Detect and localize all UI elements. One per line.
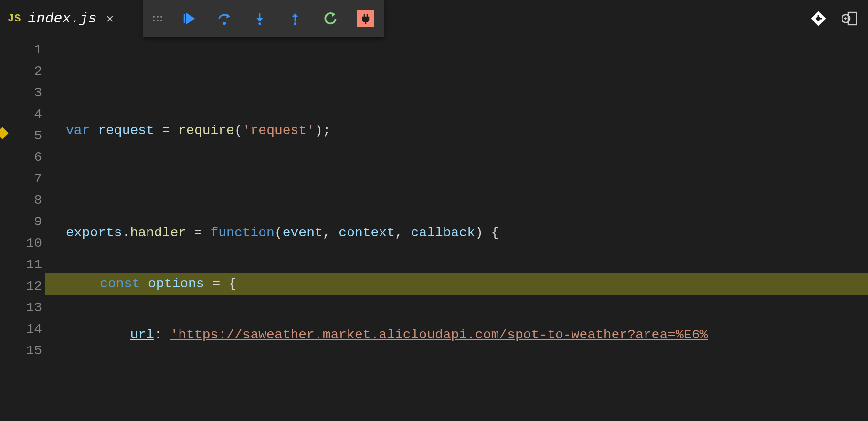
line-number: 15 <box>6 340 45 361</box>
debug-toolbar <box>143 0 384 37</box>
line-number: 3 <box>6 82 45 104</box>
split-editor-icon[interactable] <box>841 10 858 27</box>
line-number: 11 <box>6 254 45 275</box>
step-over-button[interactable] <box>216 10 233 27</box>
js-file-icon: JS <box>8 13 21 25</box>
editor-actions <box>810 0 858 37</box>
tab-filename: index.js <box>28 11 96 27</box>
restart-button[interactable] <box>322 10 339 27</box>
continue-button[interactable] <box>180 10 198 27</box>
line-number: 1 <box>6 39 45 61</box>
line-number: 7 <box>6 168 45 189</box>
line-number: 6 <box>6 147 45 168</box>
svg-point-2 <box>294 22 296 25</box>
line-number: 13 <box>6 297 45 318</box>
code-line: url: 'https://saweather.market.aliclouda… <box>66 324 868 346</box>
svg-point-1 <box>258 22 261 25</box>
line-number: 12 <box>6 275 45 297</box>
code-line <box>66 69 868 90</box>
step-into-button[interactable] <box>251 10 268 27</box>
line-number: 14 <box>6 318 45 340</box>
svg-point-0 <box>223 22 226 25</box>
code-content[interactable]: var request = require('request'); export… <box>45 37 868 421</box>
code-line <box>66 171 868 192</box>
breakpoint-gutter[interactable] <box>0 37 6 421</box>
step-out-button[interactable] <box>286 10 304 27</box>
line-number: 5 <box>6 125 45 147</box>
code-line: var request = require('request'); <box>66 120 868 141</box>
code-line-highlighted: const options = { <box>45 273 868 295</box>
line-number-gutter: 1 2 3 4 5 6 7 8 9 10 11 12 13 14 15 <box>6 37 45 421</box>
code-editor[interactable]: 1 2 3 4 5 6 7 8 9 10 11 12 13 14 15 var … <box>0 37 868 421</box>
line-number: 8 <box>6 189 45 211</box>
source-control-icon[interactable] <box>810 10 827 27</box>
drag-handle-icon[interactable] <box>153 16 162 21</box>
line-number: 10 <box>6 232 45 254</box>
line-number: 2 <box>6 61 45 82</box>
close-tab-button[interactable]: ✕ <box>103 11 116 26</box>
disconnect-button[interactable] <box>357 10 374 27</box>
code-line: exports.handler = function(event, contex… <box>66 222 868 243</box>
line-number: 9 <box>6 211 45 232</box>
code-line <box>66 375 868 397</box>
tab-bar: JS index.js ✕ <box>0 0 868 37</box>
line-number: 4 <box>6 104 45 125</box>
editor-tab[interactable]: JS index.js ✕ <box>0 0 126 37</box>
